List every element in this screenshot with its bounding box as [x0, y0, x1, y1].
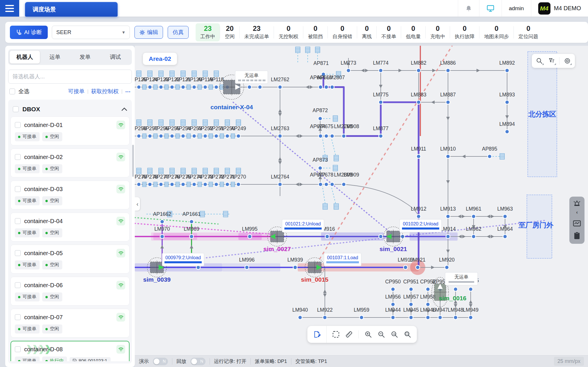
stat-工作中[interactable]: 23工作中 [196, 23, 220, 41]
map-node-AP271[interactable] [225, 182, 229, 186]
map-node-LM877[interactable] [379, 134, 383, 138]
map-node-AP274[interactable] [192, 182, 196, 186]
map-edit-note-button[interactable] [307, 326, 327, 343]
map-node-LM959[interactable] [359, 315, 364, 320]
action-link-可接单[interactable]: 可接单 [68, 88, 85, 95]
map-node-LM913[interactable] [446, 214, 450, 218]
robot-checkbox[interactable] [15, 122, 21, 128]
zoom-in-button[interactable] [364, 331, 372, 338]
select-all-checkbox[interactable] [9, 89, 15, 94]
simulation-button[interactable]: 仿真 [168, 26, 189, 39]
robot-card-container-D-07[interactable]: container-D-07可接单空闲 [10, 309, 130, 338]
robot-card-container-D-02[interactable]: container-D-02可接单空闲 [10, 149, 130, 177]
sidebar-scrollbar[interactable] [132, 145, 134, 177]
map-node-LM969[interactable] [189, 234, 194, 239]
robot-card-container-D-04[interactable]: container-D-04可接单空闲 [10, 213, 130, 241]
map-node-CP951[interactable] [409, 287, 413, 291]
robot-card-container-D-05[interactable]: container-D-05可接单空闲 [10, 245, 130, 274]
map-node-LM893[interactable] [505, 100, 509, 104]
monitor-view-button[interactable] [479, 0, 502, 17]
sidebar-tab-发单[interactable]: 发单 [70, 51, 100, 63]
group-checkbox[interactable] [13, 106, 19, 112]
map-node-LM882[interactable] [417, 68, 421, 73]
sidebar-tab-运单[interactable]: 运单 [40, 51, 70, 63]
map-node-AP273[interactable] [203, 182, 207, 186]
map-node-AP123[interactable] [159, 85, 163, 89]
map-node-LM946[interactable] [426, 315, 430, 320]
map-node-unnamed[interactable] [330, 182, 334, 186]
map-node-LM948[interactable] [454, 315, 458, 320]
map-node-LM922[interactable] [323, 315, 327, 320]
map-node-LM887[interactable] [446, 100, 450, 104]
sidebar-tab-调试[interactable]: 调试 [100, 51, 130, 63]
map-node-AP276[interactable] [170, 182, 174, 186]
search-input[interactable] [8, 70, 132, 84]
area-badge[interactable]: Area-02 [143, 53, 177, 65]
map-node-LM914[interactable] [446, 234, 450, 239]
notification-bell-button[interactable] [458, 0, 479, 17]
map-node-unnamed[interactable] [379, 234, 383, 239]
map-node-CP950[interactable] [391, 287, 395, 291]
stat-充电中[interactable]: 0充电中 [426, 23, 450, 41]
clipboard-icon[interactable] [573, 232, 580, 240]
map-node-unnamed[interactable] [342, 182, 346, 186]
zoom-out-button[interactable] [378, 331, 385, 338]
robot-checkbox[interactable] [15, 154, 21, 160]
edit-button[interactable]: 编辑 [134, 26, 163, 39]
stat-地图未同步[interactable]: 0地图未同步 [479, 23, 513, 41]
robot-checkbox[interactable] [15, 346, 21, 352]
map-node-unnamed[interactable] [318, 182, 323, 186]
scene-map[interactable]: AP125AP124AP123AP122AP121AP120AP119AP118… [135, 46, 588, 355]
map-node-AP124[interactable] [148, 85, 152, 89]
more-actions-button[interactable]: ⋯ [125, 88, 131, 95]
map-filter-button[interactable] [547, 57, 556, 65]
map-node-AP125[interactable] [137, 85, 141, 89]
map-node-AP252[interactable] [203, 134, 207, 138]
statusbar-item[interactable]: 派单策略: DP1 [255, 358, 287, 365]
map-node-AP279[interactable] [137, 182, 141, 186]
map-node-LM962[interactable] [472, 234, 476, 239]
map-node-AP1661[interactable] [189, 220, 194, 224]
map-node-unnamed[interactable] [247, 85, 252, 89]
map-node-LM947[interactable] [438, 315, 442, 320]
sidebar-collapse-handle[interactable]: ‹ [135, 197, 140, 211]
robot-checkbox[interactable] [15, 250, 21, 256]
map-node-LM916[interactable] [325, 234, 329, 239]
alarm-siren-icon[interactable] [573, 200, 581, 208]
map-node-AP254[interactable] [181, 134, 185, 138]
stat-自身报错[interactable]: 0自身报错 [328, 23, 357, 41]
map-node-LM775[interactable] [379, 100, 383, 104]
stat-定位问题[interactable]: 0定位问题 [514, 23, 543, 41]
sidebar-tab-机器人[interactable]: 机器人 [10, 51, 40, 63]
map-node-LM886[interactable] [446, 68, 450, 73]
map-node-AP119[interactable] [203, 85, 207, 89]
user-menu[interactable]: admin [502, 0, 531, 17]
robot-card-container-D-03[interactable]: container-D-03可接单空闲 [10, 181, 130, 209]
chevron-up-icon[interactable] [121, 107, 127, 111]
map-node-LM996[interactable] [245, 265, 249, 269]
measure-ruler-button[interactable] [345, 331, 353, 338]
map-node-AP270[interactable] [236, 182, 240, 186]
map-node-LM964[interactable] [503, 234, 507, 239]
map-node-LM995[interactable] [248, 234, 252, 239]
map-node-AP251[interactable] [214, 134, 218, 138]
map-node-unnamed[interactable] [324, 134, 328, 138]
map-node-unnamed[interactable] [318, 134, 323, 138]
group-header[interactable]: DBOX [10, 102, 130, 117]
map-node-unnamed[interactable] [330, 85, 334, 89]
demo-toggle[interactable]: N [153, 358, 168, 365]
map-node-LM921[interactable] [416, 265, 420, 269]
statusbar-item[interactable]: 运行记录: 打开 [214, 358, 246, 365]
map-node-CP952[interactable] [426, 287, 430, 291]
map-node-LM963[interactable] [503, 214, 507, 218]
map-node-AP255[interactable] [170, 134, 174, 138]
menu-hamburger-icon[interactable] [0, 0, 19, 17]
stat-空闲[interactable]: 20空闲 [220, 23, 239, 41]
map-node-AP1662[interactable] [160, 220, 164, 224]
stat-执行故障[interactable]: 0执行故障 [450, 23, 479, 41]
map-node-unnamed[interactable] [454, 287, 458, 291]
map-node-LM957[interactable] [409, 302, 413, 306]
map-node-AP120[interactable] [192, 85, 196, 89]
marquee-select-button[interactable] [332, 331, 340, 338]
map-node-LM911[interactable] [417, 154, 421, 158]
